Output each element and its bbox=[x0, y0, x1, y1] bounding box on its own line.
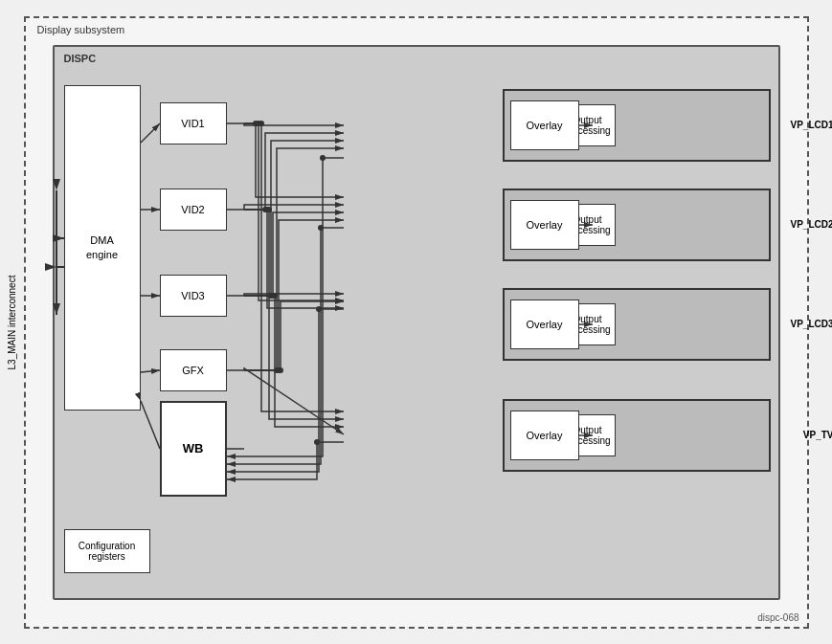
pipeline-tv: Overlay TV Outputprocessing VP_TV bbox=[503, 399, 771, 472]
svg-point-28 bbox=[320, 155, 326, 161]
svg-point-20 bbox=[264, 207, 270, 212]
vid3-block: VID3 bbox=[160, 275, 227, 317]
svg-point-23 bbox=[270, 293, 276, 299]
vid2-label: VID2 bbox=[181, 204, 204, 215]
overlay-lcd1: Overlay bbox=[510, 100, 579, 150]
diagram-id-label: dispc-068 bbox=[757, 612, 798, 623]
overlay-lcd2-label: Overlay bbox=[527, 219, 563, 231]
gfx-block: GFX bbox=[160, 349, 227, 391]
dispc-container: DISPC L3_MAIN interconnect DMA engine VI… bbox=[53, 45, 780, 600]
vid2-block: VID2 bbox=[160, 189, 227, 231]
svg-point-31 bbox=[314, 439, 320, 445]
vp-tv-label: VP_TV bbox=[803, 430, 832, 440]
svg-point-30 bbox=[316, 306, 322, 312]
wb-block: WB bbox=[160, 401, 227, 497]
vid1-label: VID1 bbox=[181, 118, 204, 129]
overlay-lcd2: Overlay bbox=[510, 200, 579, 250]
vp-lcd1-label: VP_LCD1 bbox=[790, 120, 832, 130]
pipeline-lcd2: Overlay LCD2 Outputprocessing VP_LCD2 bbox=[503, 189, 771, 261]
svg-line-10 bbox=[141, 401, 160, 449]
wb-label: WB bbox=[183, 441, 204, 455]
dispc-label: DISPC bbox=[64, 53, 97, 64]
svg-line-9 bbox=[141, 370, 160, 372]
svg-point-17 bbox=[256, 121, 261, 126]
vid3-label: VID3 bbox=[181, 290, 204, 301]
svg-point-22 bbox=[268, 293, 274, 299]
config-registers-label: Configurationregisters bbox=[79, 541, 135, 562]
dma-engine-block: DMA engine bbox=[64, 85, 141, 411]
dma-engine-label: DMA engine bbox=[86, 233, 118, 262]
svg-point-24 bbox=[272, 293, 278, 299]
overlay-tv: Overlay bbox=[510, 411, 579, 460]
svg-point-26 bbox=[276, 367, 281, 373]
svg-point-25 bbox=[274, 367, 280, 373]
pipeline-lcd1: Overlay LCD1 Outputprocessing VP_LCD1 bbox=[503, 89, 771, 162]
svg-point-19 bbox=[262, 207, 268, 212]
overlay-tv-label: Overlay bbox=[527, 430, 563, 441]
svg-point-21 bbox=[266, 207, 272, 212]
l3-interconnect-label: L3_MAIN interconnect bbox=[6, 275, 16, 369]
overlay-lcd3-label: Overlay bbox=[527, 319, 563, 330]
vp-lcd2-label: VP_LCD2 bbox=[790, 219, 832, 230]
vid1-block: VID1 bbox=[160, 102, 227, 144]
svg-point-18 bbox=[259, 121, 264, 126]
pipeline-lcd3: Overlay LCD3 Outputprocessing VP_LCD3 bbox=[503, 288, 771, 361]
vp-lcd3-label: VP_LCD3 bbox=[790, 319, 832, 329]
config-registers-block: Configurationregisters bbox=[64, 529, 150, 573]
overlay-lcd3: Overlay bbox=[510, 300, 579, 349]
svg-point-16 bbox=[253, 121, 259, 126]
gfx-label: GFX bbox=[182, 365, 204, 376]
svg-point-29 bbox=[318, 225, 324, 231]
display-subsystem-label: Display subsystem bbox=[37, 24, 125, 35]
svg-point-27 bbox=[278, 367, 283, 373]
svg-line-6 bbox=[141, 123, 160, 143]
outer-container: Display subsystem DISPC L3_MAIN intercon… bbox=[24, 16, 809, 629]
overlay-lcd1-label: Overlay bbox=[527, 120, 563, 131]
